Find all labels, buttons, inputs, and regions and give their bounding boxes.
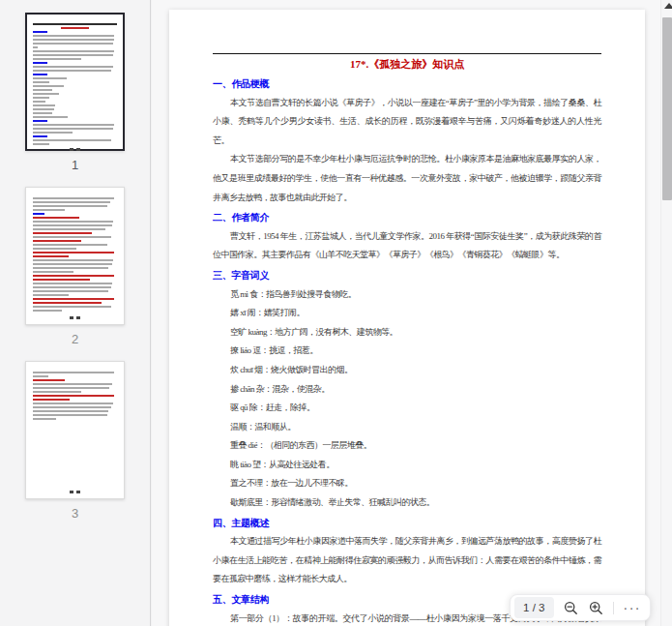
term-entry: 置之不理：放在一边儿不理不睬。 (213, 474, 601, 493)
page-thumbnail-preview (25, 13, 125, 151)
term-entry: 嬉 xī 闹：嬉笑打闹。 (213, 304, 601, 323)
term-entry: 炊 chuī 烟：烧火做饭时冒出的烟。 (213, 361, 601, 380)
section-heading: 一、作品梗概 (213, 75, 601, 94)
toolbar-divider (613, 602, 614, 614)
term-entry: 驱 qū 除：赶走，除掉。 (213, 399, 601, 418)
document-sections: 一、作品梗概本文节选自曹文轩的长篇小说《草房子》，小说以一座建在“草房子”里的小… (213, 75, 601, 626)
document-page: 17*.《孤独之旅》知识点 一、作品梗概本文节选自曹文轩的长篇小说《草房子》，小… (169, 10, 645, 626)
term-entry: 重叠 dié：（相同的东西）一层层堆叠。 (213, 436, 601, 456)
document-viewport: 17*.《孤独之旅》知识点 一、作品梗概本文节选自曹文轩的长篇小说《草房子》，小… (152, 0, 660, 626)
term-entry: 空旷 kuàng：地方广阔，没有树木、建筑物等。 (213, 323, 601, 343)
paragraph: 本文节选自曹文轩的长篇小说《草房子》，小说以一座建在“草房子”里的小学为背景，描… (213, 94, 601, 151)
section-heading: 二、作者简介 (213, 208, 601, 227)
magnifier-plus-icon (589, 601, 603, 615)
more-options-button[interactable]: ··· (623, 601, 643, 614)
thumbnail-sidebar: 1 2 3 (0, 0, 151, 626)
magnifier-minus-icon (564, 601, 578, 615)
thumbnail-footer-dots (33, 488, 117, 493)
section-heading: 四、主题概述 (213, 514, 601, 533)
zoom-in-button[interactable] (588, 600, 604, 616)
page-thumbnail-preview (25, 187, 125, 325)
term-entry: 觅 mì 食：指鸟兽到处搜寻食物吃。 (213, 285, 601, 305)
term-entry: 撩 liáo 逗：挑逗，招惹。 (213, 342, 601, 361)
page-thumbnail-1[interactable]: 1 (25, 13, 125, 172)
section-heading: 三、字音词义 (213, 266, 601, 285)
page-thumbnail-3[interactable]: 3 (25, 361, 125, 521)
page-thumbnail-label: 2 (72, 332, 78, 346)
thumbnail-footer-dots (33, 313, 117, 319)
floating-page-toolbar: 1 / 3 ··· (510, 594, 651, 621)
page-thumbnail-label: 1 (72, 158, 78, 172)
scrollbar-thumb[interactable] (662, 17, 672, 200)
thumbnail-footer-dots (33, 145, 117, 151)
scrollbar-up-arrow-icon[interactable] (664, 3, 672, 9)
zoom-out-button[interactable] (563, 600, 579, 616)
paragraph: 曹文轩，1954 年生，江苏盐城人，当代儿童文学作家。2016 年获得“国际安徒… (213, 227, 601, 265)
term-entry: 温顺：温和顺从。 (213, 418, 601, 437)
page-thumbnail-label: 3 (72, 506, 78, 521)
document-title: 17*.《孤独之旅》知识点 (213, 54, 601, 74)
vertical-scrollbar[interactable] (660, 0, 672, 626)
term-entry: 眺 tiào 望：从高处往远处看。 (213, 456, 601, 475)
page-thumbnail-2[interactable]: 2 (25, 187, 125, 346)
term-entry: 掺 chān 杂：混杂，使混杂。 (213, 380, 601, 400)
page-thumbnail-preview (25, 361, 125, 499)
page-indicator: 1 / 3 (514, 597, 553, 618)
paragraph: 本文节选部分写的是不幸少年杜小康与厄运抗争时的悲怆。杜小康家原本是油麻地家底最厚… (213, 150, 601, 207)
paragraph: 本文通过描写少年杜小康因家道中落而失学，随父亲背井离乡，到偏远芦荡放鸭的故事，高… (213, 532, 601, 589)
term-entry: 歇斯底里：形容情绪激动、举止失常、狂喊乱叫的状态。 (213, 493, 601, 513)
